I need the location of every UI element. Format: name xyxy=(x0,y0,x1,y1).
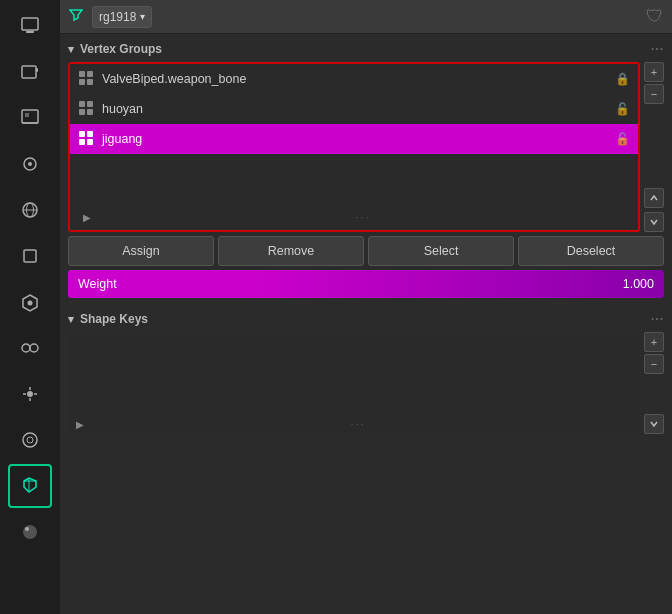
remove-button[interactable]: Remove xyxy=(218,236,364,266)
sidebar-icon-constraints[interactable] xyxy=(8,326,52,370)
sidebar-icon-scene[interactable] xyxy=(8,4,52,48)
svg-rect-6 xyxy=(25,113,29,117)
shape-keys-title: Shape Keys xyxy=(80,312,148,326)
vg-item-icon-1 xyxy=(78,100,94,119)
sidebar-icon-material[interactable] xyxy=(8,510,52,554)
sidebar-icon-world[interactable] xyxy=(8,188,52,232)
main-panel: rg1918 ▾ 🛡 ▾ Vertex Groups ··· xyxy=(60,0,672,614)
svg-rect-12 xyxy=(24,250,36,262)
sk-collapse-triangle[interactable]: ▾ xyxy=(68,313,74,326)
dropdown-arrow: ▾ xyxy=(140,11,145,22)
sk-remove-button[interactable]: − xyxy=(644,354,664,374)
vg-item-lock-0[interactable]: 🔒 xyxy=(615,72,630,86)
vg-item-2[interactable]: jiguang 🔓 xyxy=(70,124,638,154)
svg-rect-31 xyxy=(79,101,85,107)
sidebar-icon-particles[interactable] xyxy=(8,372,52,416)
svg-rect-28 xyxy=(87,71,93,77)
weight-value: 1.000 xyxy=(623,277,654,291)
svg-point-26 xyxy=(25,527,29,531)
svg-rect-33 xyxy=(79,109,85,115)
vg-scroll-down-button[interactable] xyxy=(644,188,664,208)
vg-scroll-controls: + − xyxy=(644,62,664,232)
sk-play-button[interactable]: ▶ xyxy=(76,419,84,430)
svg-rect-30 xyxy=(87,79,93,85)
vg-add-button[interactable]: + xyxy=(644,62,664,82)
vg-item-icon-0 xyxy=(78,70,94,89)
properties-panel: ▾ Vertex Groups ··· xyxy=(60,34,672,614)
vg-bottom-dots: ··· xyxy=(96,211,630,223)
sidebar-icon-render[interactable] xyxy=(8,50,52,94)
vg-item-label-2: jiguang xyxy=(102,132,607,146)
vg-item-label-0: ValveBiped.weapon_bone xyxy=(102,72,607,86)
svg-rect-27 xyxy=(79,71,85,77)
svg-rect-2 xyxy=(22,66,36,78)
sk-chevron-button[interactable] xyxy=(644,414,664,434)
sk-scroll-controls: + − xyxy=(644,332,664,434)
vertex-groups-header: ▾ Vertex Groups ··· xyxy=(68,42,664,56)
vg-list-wrapper: ValveBiped.weapon_bone 🔒 xyxy=(68,62,640,232)
sidebar-icon-viewlayer[interactable] xyxy=(8,142,52,186)
vertex-groups-section: ▾ Vertex Groups ··· xyxy=(68,42,664,298)
svg-point-21 xyxy=(23,433,37,447)
svg-rect-0 xyxy=(22,18,38,30)
svg-point-22 xyxy=(27,437,33,443)
header-bar: rg1918 ▾ 🛡 xyxy=(60,0,672,34)
vg-item-icon-2 xyxy=(78,130,94,149)
svg-rect-34 xyxy=(87,109,93,115)
sidebar-icon-data[interactable] xyxy=(8,464,52,508)
svg-rect-32 xyxy=(87,101,93,107)
svg-rect-3 xyxy=(36,68,38,72)
vg-bottom: ▶ ··· xyxy=(70,204,638,230)
vg-item-lock-2[interactable]: 🔓 xyxy=(615,132,630,146)
weight-label: Weight xyxy=(78,277,623,291)
sidebar-icon-modifier[interactable] xyxy=(8,280,52,324)
vg-container: ValveBiped.weapon_bone 🔒 xyxy=(68,62,664,232)
shape-keys-section: ▾ Shape Keys ··· ▶ ··· + − xyxy=(68,312,664,434)
dropdown-label: rg1918 xyxy=(99,10,136,24)
svg-point-8 xyxy=(28,162,32,166)
sidebar-icon-physics[interactable] xyxy=(8,418,52,462)
vg-remove-button[interactable]: − xyxy=(644,84,664,104)
vg-item-lock-1[interactable]: 🔓 xyxy=(615,102,630,116)
svg-rect-4 xyxy=(22,110,38,123)
svg-rect-37 xyxy=(79,139,85,145)
vg-item-label-1: huoyan xyxy=(102,102,607,116)
select-button[interactable]: Select xyxy=(368,236,514,266)
svg-point-25 xyxy=(23,525,37,539)
sidebar-icon-object[interactable] xyxy=(8,234,52,278)
svg-point-13 xyxy=(28,301,33,306)
svg-rect-29 xyxy=(79,79,85,85)
sk-section-dots[interactable]: ··· xyxy=(651,312,664,326)
sidebar-icon-output[interactable] xyxy=(8,96,52,140)
vg-item-1[interactable]: huoyan 🔓 xyxy=(70,94,638,124)
vg-collapse-triangle[interactable]: ▾ xyxy=(68,43,74,56)
vertex-groups-title: Vertex Groups xyxy=(80,42,162,56)
svg-rect-38 xyxy=(87,139,93,145)
sk-bottom: ▶ ··· xyxy=(68,414,640,434)
svg-point-14 xyxy=(22,344,30,352)
assign-button[interactable]: Assign xyxy=(68,236,214,266)
svg-point-16 xyxy=(27,391,33,397)
sk-list-wrapper: ▶ ··· xyxy=(68,332,640,434)
vg-empty-area xyxy=(70,154,638,204)
header-object-dropdown[interactable]: rg1918 ▾ xyxy=(92,6,152,28)
svg-point-15 xyxy=(30,344,38,352)
vg-section-dots[interactable]: ··· xyxy=(651,42,664,56)
vg-scroll-up-button[interactable] xyxy=(644,212,664,232)
svg-rect-36 xyxy=(87,131,93,137)
svg-rect-1 xyxy=(26,31,34,33)
shield-icon: 🛡 xyxy=(646,6,664,27)
action-buttons-row: Assign Remove Select Deselect xyxy=(68,236,664,266)
sk-add-button[interactable]: + xyxy=(644,332,664,352)
deselect-button[interactable]: Deselect xyxy=(518,236,664,266)
svg-rect-35 xyxy=(79,131,85,137)
sidebar xyxy=(0,0,60,614)
vg-item-0[interactable]: ValveBiped.weapon_bone 🔒 xyxy=(70,64,638,94)
vg-play-button[interactable]: ▶ xyxy=(78,208,96,226)
filter-icon xyxy=(68,7,84,26)
weight-row[interactable]: Weight 1.000 xyxy=(68,270,664,298)
sk-container: ▶ ··· + − xyxy=(68,332,664,434)
vg-list: ValveBiped.weapon_bone 🔒 xyxy=(70,64,638,230)
shape-keys-header: ▾ Shape Keys ··· xyxy=(68,312,664,326)
